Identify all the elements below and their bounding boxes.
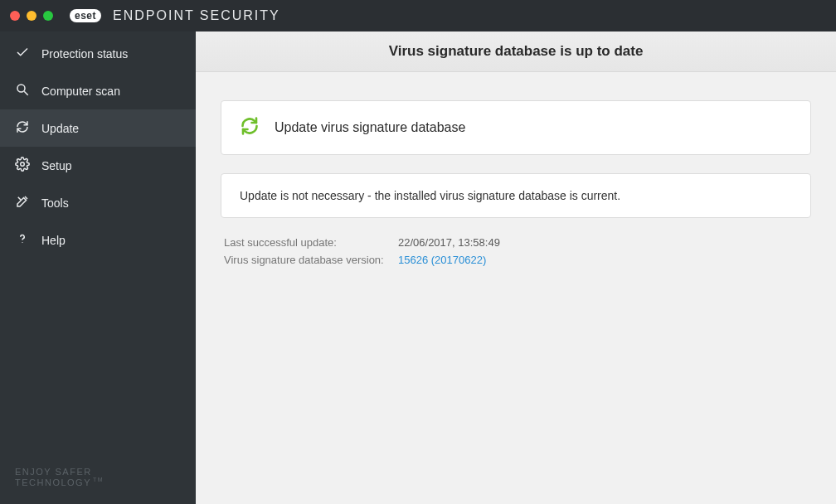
update-metadata: Last successful update: 22/06/2017, 13:5… xyxy=(221,236,811,266)
status-message-card: Update is not necessary - the installed … xyxy=(221,173,811,218)
last-update-value: 22/06/2017, 13:58:49 xyxy=(398,236,500,249)
sidebar-item-help[interactable]: Help xyxy=(0,221,196,259)
gear-icon xyxy=(15,157,30,174)
main-panel: Virus signature database is up to date U… xyxy=(196,32,836,504)
brand-badge: eset xyxy=(70,9,101,22)
sidebar-item-update[interactable]: Update xyxy=(0,109,196,147)
refresh-icon xyxy=(240,116,260,139)
svg-line-1 xyxy=(24,91,28,95)
sidebar-item-label: Tools xyxy=(41,196,69,210)
close-window-button[interactable] xyxy=(10,11,20,21)
svg-point-2 xyxy=(21,162,25,167)
trademark-symbol: TM xyxy=(93,477,104,482)
sidebar-item-label: Computer scan xyxy=(41,85,120,98)
svg-line-3 xyxy=(18,197,22,201)
check-icon xyxy=(15,45,30,62)
svg-point-4 xyxy=(22,242,22,243)
app-window: eset ENDPOINT SECURITY Protection status… xyxy=(0,0,836,504)
update-action-card[interactable]: Update virus signature database xyxy=(221,100,811,155)
version-link[interactable]: 15626 (20170622) xyxy=(398,254,486,266)
page-title: Virus signature database is up to date xyxy=(196,32,836,72)
version-label: Virus signature database version: xyxy=(224,254,398,266)
sidebar-item-label: Setup xyxy=(41,159,72,172)
sidebar-footer-text: ENJOY SAFER TECHNOLOGY xyxy=(15,467,92,487)
titlebar: eset ENDPOINT SECURITY xyxy=(0,0,836,32)
sidebar-item-computer-scan[interactable]: Computer scan xyxy=(0,72,196,109)
window-controls xyxy=(10,11,53,21)
update-action-label: Update virus signature database xyxy=(275,120,465,135)
zoom-window-button[interactable] xyxy=(43,11,53,21)
sidebar-item-setup[interactable]: Setup xyxy=(0,147,196,184)
sidebar: Protection status Computer scan xyxy=(0,32,196,504)
minimize-window-button[interactable] xyxy=(27,11,36,21)
sidebar-items: Protection status Computer scan xyxy=(0,32,196,453)
sidebar-item-label: Help xyxy=(41,234,66,247)
refresh-icon xyxy=(15,119,30,137)
help-icon xyxy=(15,231,30,249)
tools-icon xyxy=(15,194,30,211)
sidebar-footer: ENJOY SAFER TECHNOLOGYTM xyxy=(0,453,196,504)
app-title: ENDPOINT SECURITY xyxy=(113,8,280,23)
main-content: Update virus signature database Update i… xyxy=(196,72,836,299)
sidebar-item-label: Update xyxy=(41,122,79,135)
app-body: Protection status Computer scan xyxy=(0,32,836,504)
search-icon xyxy=(15,82,30,99)
meta-row-version: Virus signature database version: 15626 … xyxy=(224,254,808,266)
last-update-label: Last successful update: xyxy=(224,236,398,249)
status-message: Update is not necessary - the installed … xyxy=(240,189,792,202)
sidebar-item-label: Protection status xyxy=(41,47,128,61)
meta-row-last-update: Last successful update: 22/06/2017, 13:5… xyxy=(224,236,808,249)
sidebar-item-protection-status[interactable]: Protection status xyxy=(0,35,196,72)
sidebar-item-tools[interactable]: Tools xyxy=(0,184,196,221)
svg-point-0 xyxy=(17,85,25,92)
